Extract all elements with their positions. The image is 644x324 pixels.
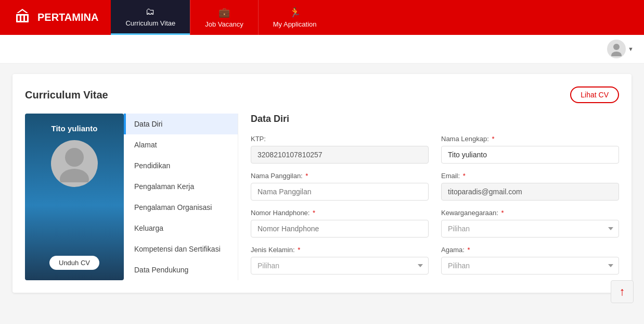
nomor-handphone-label: Nomor Handphone: *	[251, 209, 429, 217]
nav-job-vacancy-label: Job Vacancy	[205, 20, 243, 28]
svg-rect-4	[21, 16, 23, 21]
nav-item-job-vacancy[interactable]: 💼 Job Vacancy	[190, 0, 257, 35]
scroll-up-icon: ↑	[620, 285, 625, 298]
required-star-hp: *	[313, 209, 315, 217]
form-group-email: Email: *	[441, 172, 619, 201]
sidebar-item-data-diri[interactable]: Data Diri	[124, 114, 238, 134]
job-vacancy-icon: 💼	[218, 7, 230, 18]
required-star-np: *	[305, 172, 308, 180]
svg-point-9	[60, 169, 89, 182]
nav-curriculum-vitae-label: Curriculum Vitae	[125, 19, 175, 27]
nama-panggilan-label: Nama Panggilan: *	[251, 172, 429, 180]
lihat-cv-button[interactable]: Lihat CV	[570, 86, 619, 103]
pertamina-logo: PERTAMINA	[12, 8, 98, 28]
brand-name: PERTAMINA	[37, 11, 98, 23]
pertamina-logo-icon	[12, 8, 32, 28]
nama-lengkap-label: Nama Lengkap: *	[441, 135, 619, 143]
profile-avatar-silhouette-icon	[56, 145, 93, 182]
sidebar-item-pengalaman-organisasi[interactable]: Pengalaman Organisasi	[124, 197, 238, 218]
form-title: Data Diri	[251, 114, 619, 124]
form-area: Data Diri KTP: Nama Lengkap: *	[238, 114, 619, 280]
agama-label: Agama: *	[441, 246, 619, 254]
profile-card: Tito yulianto Unduh CV	[25, 114, 124, 280]
brand: PERTAMINA	[0, 0, 111, 35]
sidebar-item-pendidikan[interactable]: Pendidikan	[124, 155, 238, 176]
ktp-label: KTP:	[251, 135, 429, 143]
sidebar-item-kompetensi-sertifikasi[interactable]: Kompetensi dan Sertifikasi	[124, 239, 238, 259]
sidebar-item-alamat[interactable]: Alamat	[124, 134, 238, 155]
form-group-kewarganegaraan: Kewarganegaraan: * Pilihan	[441, 209, 619, 238]
email-label: Email: *	[441, 172, 619, 180]
my-application-icon: 🏃	[289, 7, 301, 18]
sidebar-menu: Data Diri Alamat Pendidikan Pengalaman K…	[124, 114, 238, 280]
sidebar-item-keluarga[interactable]: Keluarga	[124, 218, 238, 239]
jenis-kelamin-label: Jenis Kelamin: *	[251, 246, 429, 254]
svg-rect-3	[18, 16, 20, 21]
avatar-silhouette-icon	[609, 42, 624, 56]
email-input[interactable]	[441, 183, 619, 201]
form-group-ktp: KTP:	[251, 135, 429, 164]
svg-point-7	[611, 52, 622, 56]
chevron-down-icon: ▼	[628, 46, 634, 52]
nav-my-application-label: My Application	[273, 20, 317, 28]
form-group-jenis-kelamin: Jenis Kelamin: * Pilihan	[251, 246, 429, 275]
sidebar-item-pengalaman-kerja[interactable]: Pengalaman Kerja	[124, 176, 238, 197]
avatar-wrapper[interactable]: ▼	[607, 40, 634, 58]
nama-lengkap-input[interactable]	[441, 146, 619, 164]
kewarganegaraan-select[interactable]: Pilihan	[441, 220, 619, 238]
form-group-agama: Agama: * Pilihan	[441, 246, 619, 275]
form-group-nama-panggilan: Nama Panggilan: *	[251, 172, 429, 201]
form-group-nomor-handphone: Nomor Handphone: *	[251, 209, 429, 238]
nav-item-my-application[interactable]: 🏃 My Application	[258, 0, 331, 35]
sidebar-item-data-pendukung[interactable]: Data Pendukung	[124, 259, 238, 280]
kewarganegaraan-label: Kewarganegaraan: *	[441, 209, 619, 217]
profile-name: Tito yulianto	[51, 124, 98, 133]
form-grid: KTP: Nama Lengkap: * Nama	[251, 135, 619, 275]
unduh-cv-button[interactable]: Unduh CV	[49, 256, 99, 270]
page-section: Curriculum Vitae Lihat CV Tito yulianto …	[12, 74, 632, 293]
page-header: Curriculum Vitae Lihat CV	[25, 86, 619, 103]
profile-avatar-circle	[51, 140, 98, 187]
scroll-up-button[interactable]: ↑	[611, 280, 634, 303]
curriculum-vitae-icon: 🗂	[146, 6, 155, 17]
required-star-jk: *	[298, 246, 300, 254]
svg-rect-5	[25, 16, 27, 21]
required-star-agama: *	[467, 246, 470, 254]
required-star: *	[492, 135, 494, 143]
page-title: Curriculum Vitae	[25, 89, 108, 101]
svg-point-6	[613, 44, 620, 50]
jenis-kelamin-select[interactable]: Pilihan	[251, 257, 429, 275]
svg-point-8	[65, 148, 84, 167]
main-content: Curriculum Vitae Lihat CV Tito yulianto …	[0, 64, 644, 324]
navbar: PERTAMINA 🗂 Curriculum Vitae 💼 Job Vacan…	[0, 0, 644, 35]
form-group-nama-lengkap: Nama Lengkap: *	[441, 135, 619, 164]
agama-select[interactable]: Pilihan	[441, 257, 619, 275]
required-star-kw: *	[501, 209, 504, 217]
nomor-handphone-input[interactable]	[251, 220, 429, 238]
nav-item-curriculum-vitae[interactable]: 🗂 Curriculum Vitae	[111, 0, 190, 35]
required-star-email: *	[463, 172, 466, 180]
nama-panggilan-input[interactable]	[251, 183, 429, 201]
content-layout: Tito yulianto Unduh CV Data Diri Alamat	[25, 114, 619, 280]
top-bar: ▼	[0, 35, 644, 64]
ktp-input[interactable]	[251, 146, 429, 164]
user-avatar	[607, 40, 626, 58]
